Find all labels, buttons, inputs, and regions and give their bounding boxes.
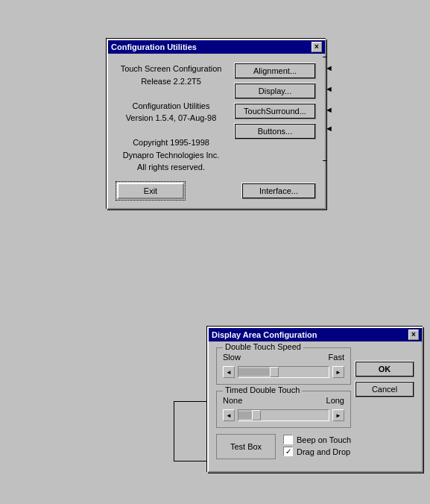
- none-label: None: [223, 396, 242, 405]
- timed-slider-thumb[interactable]: [252, 410, 261, 420]
- beep-label: Beep on Touch: [297, 435, 351, 444]
- test-box-button[interactable]: Test Box: [216, 434, 276, 459]
- bracket-line: [323, 57, 327, 161]
- drag-checkbox[interactable]: ✓: [283, 447, 293, 456]
- info-line2: Release 2.2.2T5: [117, 75, 225, 88]
- fast-label: Fast: [329, 353, 344, 362]
- speed-labels: Slow Fast: [223, 353, 344, 362]
- beep-checkbox-row[interactable]: Beep on Touch: [283, 435, 351, 444]
- interface-button[interactable]: Interface...: [241, 183, 316, 199]
- config-titlebar: Configuration Utilities ×: [108, 40, 325, 54]
- config-right-buttons: Alignment... Display... TouchSurround...…: [234, 63, 316, 174]
- checkboxes-area: Beep on Touch ✓ Drag and Drop: [283, 435, 351, 459]
- alignment-button[interactable]: Alignment...: [234, 63, 316, 79]
- config-bottom-row: Exit Interface...: [108, 183, 325, 208]
- exit-button[interactable]: Exit: [117, 183, 184, 199]
- timed-left-arrow[interactable]: ◄: [223, 409, 235, 421]
- timed-double-touch-label: Timed Double Touch: [223, 385, 302, 394]
- speed-right-arrow[interactable]: ►: [332, 366, 344, 378]
- drag-check-mark: ✓: [285, 447, 291, 456]
- double-touch-speed-label: Double Touch Speed: [223, 342, 303, 351]
- info-line3: Configuration Utilities: [117, 100, 225, 113]
- slow-label: Slow: [223, 353, 241, 362]
- config-content: Touch Screen Configuration Release 2.2.2…: [108, 54, 325, 183]
- ok-button[interactable]: OK: [355, 361, 414, 377]
- touchsurround-button[interactable]: TouchSurround...: [234, 103, 316, 119]
- display-content: OK Cancel Double Touch Speed Slow Fast ◄…: [209, 341, 422, 471]
- info-line4: Version 1.5.4, 07-Aug-98: [117, 112, 225, 125]
- display-config-window: Display Area Configuration × OK Cancel D…: [207, 327, 423, 473]
- speed-slider-row[interactable]: ◄ ►: [223, 366, 344, 378]
- display-title: Display Area Configuration: [212, 330, 317, 339]
- display-button[interactable]: Display...: [234, 83, 316, 99]
- drag-checkbox-row[interactable]: ✓ Drag and Drop: [283, 447, 351, 456]
- speed-slider-track[interactable]: [238, 366, 329, 378]
- buttons-button[interactable]: Buttons...: [234, 123, 316, 139]
- display-close-button[interactable]: ×: [408, 330, 419, 340]
- timed-slider-track[interactable]: [238, 409, 329, 421]
- info-line5: Copyright 1995-1998: [117, 136, 225, 149]
- test-box-area: Test Box Beep on Touch ✓ Drag and Drop: [216, 434, 414, 465]
- info-line7: All rights reserved.: [117, 161, 225, 174]
- connector-h2: [174, 401, 208, 402]
- double-touch-speed-group: Double Touch Speed Slow Fast ◄ ►: [216, 347, 351, 385]
- info-line6: Dynapro Technologies Inc.: [117, 149, 225, 162]
- beep-checkbox[interactable]: [283, 435, 293, 444]
- cancel-button[interactable]: Cancel: [355, 381, 414, 397]
- connector-v: [174, 401, 174, 462]
- timed-labels: None Long: [223, 396, 344, 405]
- long-label: Long: [326, 396, 344, 405]
- display-right-buttons: OK Cancel: [355, 361, 414, 397]
- timed-right-arrow[interactable]: ►: [332, 409, 344, 421]
- config-info: Touch Screen Configuration Release 2.2.2…: [117, 63, 225, 174]
- timed-slider-row[interactable]: ◄ ►: [223, 409, 344, 421]
- config-close-button[interactable]: ×: [312, 42, 322, 52]
- connector-h: [174, 461, 211, 462]
- display-titlebar: Display Area Configuration ×: [209, 328, 422, 341]
- config-title: Configuration Utilities: [111, 42, 197, 51]
- drag-label: Drag and Drop: [297, 447, 350, 456]
- config-utilities-window: Configuration Utilities × Touch Screen C…: [107, 39, 326, 210]
- speed-left-arrow[interactable]: ◄: [223, 366, 235, 378]
- speed-slider-thumb[interactable]: [270, 367, 279, 377]
- info-line1: Touch Screen Configuration: [117, 63, 225, 75]
- timed-double-touch-group: Timed Double Touch None Long ◄ ►: [216, 391, 351, 428]
